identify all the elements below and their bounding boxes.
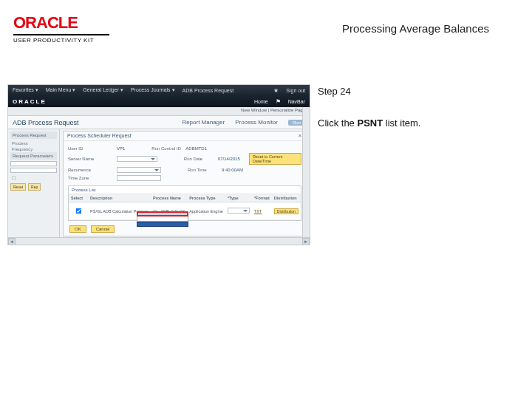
menu-item-1[interactable]: Favorites ▾ [13,87,38,93]
horizontal-scrollbar[interactable]: ◄ ► [8,237,310,245]
vertical-scrollbar[interactable] [302,107,310,237]
page-header: ADB Process Request Report Manager Proce… [8,116,310,129]
app-brandbar: ORACLE Home ⚑ NavBar [8,95,310,107]
sidebar-rep-button[interactable]: Rep [28,183,41,191]
brand-subtitle: USER PRODUCTIVITY KIT [13,37,109,44]
scroll-right-button[interactable]: ► [302,238,310,245]
col-type: *Type [225,194,252,202]
menu-item-4[interactable]: Process Journals ▾ [131,87,175,93]
ok-button[interactable]: OK [69,225,86,233]
app-screenshot: Favorites ▾ Main Menu ▾ General Ledger ▾… [7,84,310,245]
tab-process-monitor[interactable]: Process Monitor [235,119,278,126]
row-proctype: Application Engine [187,202,225,220]
val-userid: VP1 [117,146,125,151]
doc-title: Processing Average Balances [342,22,489,35]
step-label: Step 24 [318,86,502,97]
tab-report-manager[interactable]: Report Manager [182,119,225,126]
cancel-button[interactable]: Cancel [91,225,115,233]
breadcrumb: New Window | Personalize Page [8,107,310,116]
lbl-runtime: Run Time [188,168,217,172]
reset-datetime-button[interactable]: Reset to Current Date/Time [249,153,301,165]
grid-title: Process List [72,188,96,192]
app-brand: ORACLE [13,98,47,105]
brand-logo: ORACLE USER PRODUCTIVITY KIT [13,13,109,44]
scroll-left-button[interactable]: ◄ [8,238,16,245]
col-dist: Distribution [272,194,301,202]
val-runcontrol: ADBMTD1 [185,146,207,151]
lbl-runcontrol: Run Control ID [151,146,181,151]
page-title: ADB Process Request [13,119,79,126]
home-link[interactable]: Home [254,99,268,104]
val-rundate: 07/14/2015 [218,157,240,161]
menu-item-2[interactable]: Main Menu ▾ [46,87,76,93]
instruction-pre: Click the [318,117,357,129]
server-select[interactable] [117,156,157,162]
sidebar-line-2: Frequency [10,146,57,152]
sidebar-dropdown-1[interactable] [10,161,57,166]
lbl-server: Server Name [68,157,112,161]
breadcrumb-text[interactable]: New Window | Personalize Page [241,108,305,112]
distribution-button[interactable]: Distribution [274,208,299,214]
app-menubar: Favorites ▾ Main Menu ▾ General Ledger ▾… [8,85,310,95]
recurrence-select[interactable] [117,167,161,173]
brand-name: ORACLE [13,13,109,33]
col-proctype: Process Type [187,194,225,202]
favorites-icon[interactable]: ★ [273,87,279,94]
sidebar-reset-button[interactable]: Reset [10,183,26,191]
modal-title: Process Scheduler Request [67,133,132,139]
instruction-text: Click the PSNT list item. [318,117,502,129]
row-select-checkbox[interactable] [76,208,82,214]
main-area: Process Scheduler Request ✕ User ID VP1 … [63,131,307,236]
instruction-post: list item. [386,117,421,129]
menu-item-5[interactable]: ADB Process Request [183,88,234,93]
list-item-psnt[interactable] [137,211,188,216]
col-desc: Description [88,194,151,202]
left-sidebar: Process Request Process Frequency Reques… [8,129,60,240]
list-item-3[interactable] [137,222,188,227]
signout-link[interactable]: Sign out [286,88,305,93]
col-format: *Format [252,194,272,202]
brand-divider [13,34,109,35]
navbar-link[interactable]: NavBar [288,99,305,104]
lbl-timezone: Time Zone [68,176,112,180]
lbl-rundate: Run Date [184,157,214,161]
col-procname: Process Name [151,194,187,202]
instruction-target: PSNT [357,117,383,129]
menu-item-3[interactable]: General Ledger ▾ [83,87,123,93]
list-item-2[interactable] [137,216,188,222]
sidebar-section-1: Process Request [10,132,57,139]
lbl-recurrence: Recurrence [68,168,112,172]
sidebar-line-1: Process [10,140,57,146]
val-runtime: 9:40:00AM [222,168,243,172]
instruction-panel: Step 24 Click the PSNT list item. [318,86,502,129]
timezone-input[interactable] [117,175,161,181]
notifications-icon[interactable]: ⚑ [276,98,281,105]
col-select: Select [69,194,88,202]
sidebar-dropdown-2[interactable] [10,168,57,173]
row-format[interactable]: TXT [254,209,262,214]
server-dropdown-list [137,211,188,227]
sidebar-checkbox[interactable]: ☐ [10,174,57,181]
row-type-select[interactable] [228,208,250,214]
lbl-userid: User ID [68,146,112,151]
sidebar-section-2: Request Parameters [10,152,57,160]
